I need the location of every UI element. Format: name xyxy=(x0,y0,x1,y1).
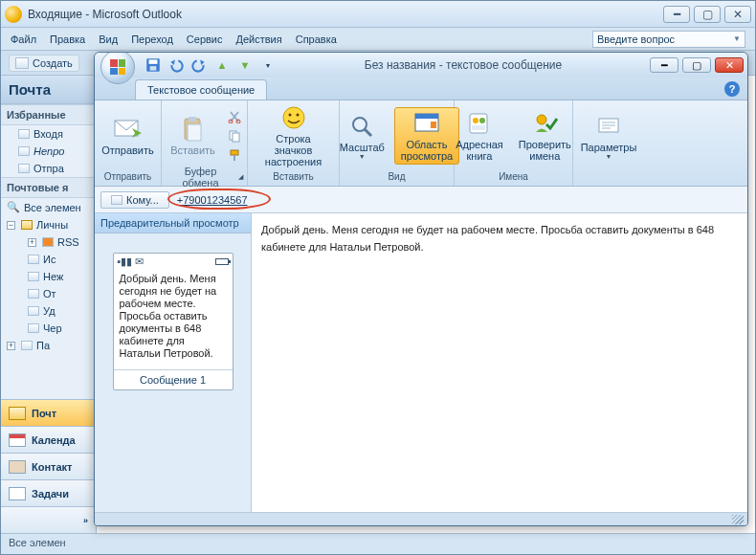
outer-close-button[interactable]: ✕ xyxy=(724,6,751,23)
svg-point-24 xyxy=(537,115,546,124)
inner-close-button[interactable]: ✕ xyxy=(715,57,744,73)
mail-icon xyxy=(9,407,26,420)
svg-point-21 xyxy=(473,118,478,123)
nav-configure[interactable]: » xyxy=(1,506,96,533)
zoom-button[interactable]: Масштаб ▼ xyxy=(334,111,390,162)
inner-title: Без названия - текстовое сообщение xyxy=(277,58,650,72)
folder-icon xyxy=(28,323,39,333)
message-text: Добрый день. Меня сегодня не будет на ра… xyxy=(261,224,714,253)
address-book-icon xyxy=(111,195,122,205)
outlook-data-icon xyxy=(21,220,33,230)
save-button[interactable] xyxy=(145,56,162,74)
group-view-label: Вид xyxy=(344,169,450,184)
address-book-button[interactable]: Адресная книга xyxy=(450,108,509,164)
nav-switch-tasks[interactable]: Задачи xyxy=(1,479,96,506)
qat-prev-button[interactable]: ▲ xyxy=(213,56,231,74)
qat-next-button[interactable]: ▼ xyxy=(236,56,254,74)
menu-view[interactable]: Вид xyxy=(99,33,118,45)
phone-preview: ▪▮▮ ✉ Добрый день. Меня сегодня не будет… xyxy=(113,253,233,390)
folder-icon xyxy=(28,272,39,281)
options-icon xyxy=(593,113,624,140)
new-mail-icon xyxy=(15,57,29,69)
check-names-icon xyxy=(529,110,560,137)
inner-minimize-button[interactable]: ━ xyxy=(650,57,678,73)
recipient-field[interactable]: +79001234567 xyxy=(177,194,248,206)
redo-button[interactable] xyxy=(190,56,208,74)
folder-icon xyxy=(28,255,39,264)
expand-icon[interactable]: + xyxy=(28,238,36,247)
tab-text-message[interactable]: Текстовое сообщение xyxy=(135,79,267,100)
nav-switch-contacts[interactable]: Контакт xyxy=(1,453,96,479)
svg-rect-2 xyxy=(150,66,157,71)
nav-archive[interactable]: +Па xyxy=(1,337,96,354)
send-button[interactable]: Отправить xyxy=(96,114,160,158)
nav-fav-sent[interactable]: Отпра xyxy=(1,160,96,177)
paste-button[interactable]: Вставить xyxy=(165,114,221,158)
new-button-label: Создать xyxy=(33,57,73,69)
quick-access-toolbar: ▲ ▼ ▼ xyxy=(145,56,277,74)
inner-titlebar: ▲ ▼ ▼ Без названия - текстовое сообщение… xyxy=(95,53,747,78)
calendar-icon xyxy=(9,433,26,447)
battery-icon xyxy=(215,258,229,265)
outer-titlebar: Входящие - Microsoft Outlook ━ ▢ ✕ xyxy=(1,1,755,28)
expand-icon[interactable]: + xyxy=(7,342,15,350)
svg-rect-1 xyxy=(149,59,158,64)
emoticon-button[interactable]: Строка значков настроения xyxy=(252,102,335,169)
nav-header-mail: Почта xyxy=(1,76,96,104)
chevron-down-icon: ▼ xyxy=(606,153,612,160)
nav-rss[interactable]: +RSS xyxy=(1,233,96,251)
new-button[interactable]: Создать xyxy=(9,55,79,72)
message-editor[interactable]: Добрый день. Меня сегодня не будет на ра… xyxy=(252,213,747,512)
svg-rect-11 xyxy=(231,150,238,155)
menu-file[interactable]: Файл xyxy=(11,33,36,45)
svg-rect-19 xyxy=(431,122,436,128)
clipboard-icon xyxy=(178,116,209,143)
nav-deleted[interactable]: Уд xyxy=(1,302,96,320)
outer-minimize-button[interactable]: ━ xyxy=(663,6,690,23)
outer-maximize-button[interactable]: ▢ xyxy=(694,6,721,23)
help-search-input[interactable]: Введите вопрос ▼ xyxy=(592,31,745,48)
resize-grip[interactable] xyxy=(732,515,744,524)
envelope-icon: ✉ xyxy=(135,255,144,268)
check-names-button[interactable]: Проверить имена xyxy=(513,108,577,164)
menu-help[interactable]: Справка xyxy=(296,33,337,45)
nav-drafts[interactable]: Чер xyxy=(1,320,96,337)
rss-icon xyxy=(42,237,54,247)
preview-pane: Предварительный просмотр ▪▮▮ ✉ Добрый де… xyxy=(95,213,252,512)
nav-personal-folders[interactable]: −Личны xyxy=(1,216,96,233)
format-painter-button[interactable] xyxy=(225,146,244,164)
nav-section-favorites: Избранные xyxy=(1,104,96,125)
qat-customize-button[interactable]: ▼ xyxy=(259,56,277,74)
navigation-pane: Почта Избранные Входя Непро Отпра Почтов… xyxy=(1,76,97,533)
nav-switch-mail[interactable]: Почт xyxy=(1,399,96,426)
menu-edit[interactable]: Правка xyxy=(50,33,85,45)
dialog-launcher-icon[interactable]: ◢ xyxy=(238,173,243,181)
magnifier-icon xyxy=(346,113,377,140)
nav-sent[interactable]: От xyxy=(1,285,96,302)
nav-all-items[interactable]: 🔍Все элемен xyxy=(1,198,96,216)
nav-fav-inbox[interactable]: Входя xyxy=(1,125,96,143)
group-clipboard-label: Буфер обмена◢ xyxy=(166,169,243,184)
svg-rect-18 xyxy=(415,114,438,119)
smiley-icon xyxy=(278,104,309,131)
folder-icon xyxy=(18,146,30,156)
options-button[interactable]: Параметры ▼ xyxy=(575,111,643,162)
nav-outbox[interactable]: Ис xyxy=(1,251,96,268)
menu-go[interactable]: Переход xyxy=(131,33,173,45)
to-button[interactable]: Кому... xyxy=(100,191,169,209)
menu-service[interactable]: Сервис xyxy=(187,33,223,45)
nav-junk[interactable]: Неж xyxy=(1,268,96,285)
nav-fav-unread[interactable]: Непро xyxy=(1,143,96,160)
viewport-icon xyxy=(411,110,442,137)
menu-actions[interactable]: Действия xyxy=(236,33,282,45)
folder-icon xyxy=(18,164,30,173)
send-icon xyxy=(113,116,144,143)
collapse-icon[interactable]: − xyxy=(7,221,15,230)
inner-maximize-button[interactable]: ▢ xyxy=(682,57,711,73)
nav-switch-calendar[interactable]: Календа xyxy=(1,426,96,453)
outlook-app-icon xyxy=(5,6,22,23)
undo-button[interactable] xyxy=(167,56,185,74)
help-button[interactable]: ? xyxy=(724,81,740,97)
copy-button[interactable] xyxy=(225,127,244,144)
cut-button[interactable] xyxy=(225,108,244,125)
